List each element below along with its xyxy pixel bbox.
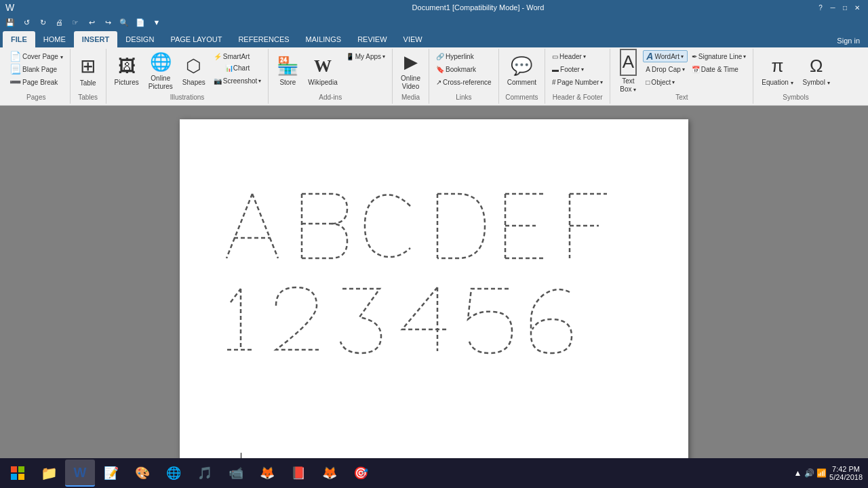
bookmark-btn[interactable]: 🔖 Bookmark: [433, 63, 494, 75]
firefox2-button[interactable]: 🦊: [315, 460, 344, 487]
smartart-btn[interactable]: ⚡ SmartArt: [211, 50, 264, 62]
page-number-icon: #: [552, 79, 556, 86]
digit-5: [461, 282, 519, 357]
file-explorer-button[interactable]: 📁: [34, 460, 64, 487]
digit-6: [526, 282, 583, 357]
chrome-button[interactable]: 🌐: [159, 460, 189, 487]
maximize-btn[interactable]: □: [840, 2, 850, 13]
online-pictures-btn[interactable]: 🌐 OnlinePictures: [144, 50, 177, 92]
ribbon-group-pages: 📄 Cover Page ▾ 📃 Blank Page ➖ Page Break…: [3, 49, 71, 104]
online-video-btn[interactable]: ▶ OnlineVideo: [397, 50, 425, 92]
document-area[interactable]: [0, 106, 868, 470]
qat-forward[interactable]: ↪: [100, 16, 115, 28]
illustrations-label: Illustrations: [111, 92, 264, 102]
tab-design[interactable]: DESIGN: [117, 31, 162, 47]
close-btn[interactable]: ✕: [852, 2, 863, 13]
signature-line-btn[interactable]: ✒ Signature Line ▾: [689, 50, 749, 62]
textbox-icon: A: [620, 49, 637, 75]
symbol-btn[interactable]: Ω Symbol ▾: [799, 50, 834, 92]
hyperlink-btn[interactable]: 🔗 Hyperlink: [433, 50, 494, 62]
chart-btn[interactable]: 📊 Chart: [211, 63, 264, 74]
tab-mailings[interactable]: MAILINGS: [298, 31, 350, 47]
cross-reference-btn[interactable]: ↗ Cross-reference: [433, 76, 494, 88]
app-button[interactable]: 🎯: [346, 460, 376, 487]
qat-back[interactable]: ↩: [84, 16, 99, 28]
screenshot-btn[interactable]: 📷 Screenshot ▾: [211, 75, 264, 87]
header-btn[interactable]: ▭ Header ▾: [549, 50, 606, 62]
header-footer-buttons: ▭ Header ▾ ▬ Footer ▾ # Page Number ▾: [549, 50, 606, 92]
qat-new[interactable]: 📄: [133, 16, 148, 28]
ribbon-tab-bar: FILE HOME INSERT DESIGN PAGE LAYOUT REFE…: [0, 30, 868, 47]
svg-rect-3: [18, 474, 24, 480]
taskbar: 📁 W 📝 🎨 🌐 🎵 📹 🦊 📕 🦊 🎯 ▲ 🔊 📶 7:42 PM 5/24…: [0, 458, 868, 488]
video-button[interactable]: 📹: [221, 460, 251, 487]
ribbon-group-comments: 💬 Comment Comments: [499, 49, 545, 104]
tab-home[interactable]: HOME: [35, 31, 74, 47]
smartart-icon: ⚡: [214, 53, 222, 60]
minimize-btn[interactable]: ─: [827, 2, 838, 13]
paint-button[interactable]: 🎨: [127, 460, 157, 487]
start-button[interactable]: [3, 460, 33, 487]
dropcap-btn[interactable]: A Drop Cap ▾: [643, 63, 687, 75]
page-break-icon: ➖: [9, 77, 21, 87]
clock: 7:42 PM 5/24/2018: [829, 465, 863, 481]
object-btn[interactable]: □ Object ▾: [643, 76, 687, 88]
links-buttons: 🔗 Hyperlink 🔖 Bookmark ↗ Cross-reference: [433, 50, 494, 92]
word-taskbar-button[interactable]: W: [65, 460, 95, 487]
windows-logo-icon: [9, 465, 26, 481]
shapes-btn[interactable]: ⬡ Shapes: [178, 50, 210, 92]
document-page[interactable]: [180, 119, 688, 470]
tab-review[interactable]: REVIEW: [349, 31, 395, 47]
date-time-btn[interactable]: 📅 Date & Time: [689, 63, 749, 75]
bookmark-icon: 🔖: [436, 66, 444, 73]
store-btn[interactable]: 🏪 Store: [273, 50, 302, 92]
qat-save[interactable]: 💾: [3, 16, 18, 28]
pictures-btn[interactable]: 🖼 Pictures: [111, 50, 143, 92]
ribbon-group-links: 🔗 Hyperlink 🔖 Bookmark ↗ Cross-reference…: [429, 49, 499, 104]
system-tray-icons: ▲ 🔊 📶: [794, 468, 827, 478]
cover-page-btn[interactable]: 📄 Cover Page ▾: [7, 50, 66, 62]
qat-search[interactable]: 🔍: [117, 16, 132, 28]
text-group-label: Text: [614, 92, 749, 102]
tab-file[interactable]: FILE: [3, 31, 35, 47]
wordart-btn[interactable]: A WordArt ▾: [643, 50, 687, 62]
my-apps-btn[interactable]: 📱 My Apps ▾: [343, 50, 388, 62]
equation-btn[interactable]: π Equation ▾: [757, 50, 797, 92]
tab-page-layout[interactable]: PAGE LAYOUT: [162, 31, 230, 47]
page-break-btn[interactable]: ➖ Page Break: [7, 76, 66, 88]
qat-custom[interactable]: ▼: [149, 16, 164, 28]
footer-btn[interactable]: ▬ Footer ▾: [549, 63, 606, 75]
tab-references[interactable]: REFERENCES: [230, 31, 297, 47]
online-pictures-icon: 🌐: [150, 52, 172, 73]
textbox-btn[interactable]: A TextBox ▾: [614, 50, 642, 92]
title-bar-title: Document1 [Compatibility Mode] - Word: [141, 3, 815, 12]
wordart-icon: A: [646, 51, 653, 62]
pdf-button[interactable]: 📕: [283, 460, 313, 487]
ribbon-content: 📄 Cover Page ▾ 📃 Blank Page ➖ Page Break…: [0, 47, 868, 106]
wikipedia-btn[interactable]: W Wikipedia: [304, 50, 341, 92]
winamp-button[interactable]: 🎵: [190, 460, 220, 487]
footer-icon: ▬: [552, 66, 559, 73]
qat-print[interactable]: 🖨: [52, 16, 66, 28]
pages-buttons: 📄 Cover Page ▾ 📃 Blank Page ➖ Page Break: [7, 50, 66, 92]
document-content: [220, 187, 648, 357]
qat-redo[interactable]: ↻: [35, 16, 50, 28]
ribbon-group-symbols: π Equation ▾ Ω Symbol ▾ Symbols: [753, 49, 837, 104]
blank-page-btn[interactable]: 📃 Blank Page: [7, 63, 66, 75]
firefox-button[interactable]: 🦊: [252, 460, 282, 487]
table-btn[interactable]: ⊞ Table: [75, 50, 102, 92]
comment-btn[interactable]: 💬 Comment: [503, 50, 540, 92]
qat-undo[interactable]: ↺: [19, 16, 34, 28]
tab-insert[interactable]: INSERT: [74, 31, 117, 47]
qat-touch[interactable]: ☞: [68, 16, 83, 28]
tab-view[interactable]: VIEW: [395, 31, 431, 47]
help-btn[interactable]: ?: [815, 2, 826, 13]
page-number-btn[interactable]: # Page Number ▾: [549, 76, 606, 88]
ribbon-group-media: ▶ OnlineVideo Media: [393, 49, 429, 104]
sign-in-btn[interactable]: Sign in: [831, 34, 865, 47]
online-video-icon: ▶: [404, 52, 418, 73]
addins-label: Add-ins: [273, 92, 388, 102]
text-buttons: A TextBox ▾ A WordArt ▾ A Drop Cap ▾ □ O…: [614, 50, 749, 92]
svg-rect-2: [11, 474, 17, 480]
notepad-button[interactable]: 📝: [96, 460, 126, 487]
